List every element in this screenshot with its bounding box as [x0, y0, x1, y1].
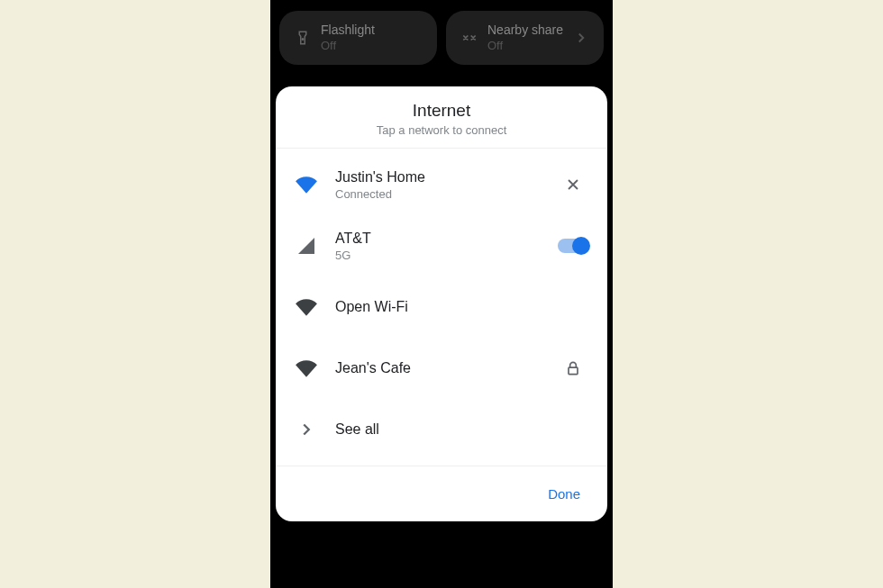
wifi-icon: [294, 294, 319, 320]
phone-frame: Flashlight Off Nearby share Off Internet…: [270, 0, 613, 588]
sheet-subtitle: Tap a network to connect: [290, 123, 593, 137]
internet-sheet: Internet Tap a network to connect Justin…: [276, 86, 607, 521]
wifi-icon: [294, 172, 319, 197]
network-text: Jean's Cafe: [335, 360, 541, 376]
network-row-connected[interactable]: Justin's Home Connected: [276, 154, 607, 215]
sheet-title: Internet: [290, 101, 593, 121]
network-name: Jean's Cafe: [335, 360, 541, 376]
network-status: 5G: [335, 249, 541, 262]
wifi-icon: [294, 356, 319, 381]
svg-point-0: [302, 39, 304, 41]
see-all-text: See all: [335, 421, 541, 438]
chevron-right-icon: [294, 417, 319, 442]
nearby-share-icon: [460, 29, 478, 47]
see-all-row[interactable]: See all: [276, 399, 607, 460]
network-text: Justin's Home Connected: [335, 169, 541, 201]
network-row-secured[interactable]: Jean's Cafe: [276, 338, 607, 399]
flashlight-label: Flashlight: [321, 23, 423, 37]
network-list: Justin's Home Connected AT&T 5G: [276, 149, 607, 466]
svg-rect-1: [569, 367, 578, 375]
nearby-share-text: Nearby share Off: [487, 23, 564, 52]
flashlight-icon: [294, 29, 312, 47]
network-text: AT&T 5G: [335, 231, 541, 262]
cellular-toggle[interactable]: [557, 239, 589, 253]
disconnect-button[interactable]: [557, 176, 589, 194]
sheet-header: Internet Tap a network to connect: [276, 86, 607, 149]
sheet-footer: Done: [276, 466, 607, 521]
quick-settings-row: Flashlight Off Nearby share Off: [270, 0, 613, 81]
cellular-icon: [294, 233, 319, 258]
network-row-cellular[interactable]: AT&T 5G: [276, 215, 607, 276]
see-all-label: See all: [335, 421, 541, 438]
network-name: AT&T: [335, 231, 541, 247]
network-status: Connected: [335, 187, 541, 201]
network-name: Justin's Home: [335, 169, 541, 185]
network-text: Open Wi-Fi: [335, 299, 541, 315]
nearby-share-status: Off: [487, 39, 564, 52]
done-button[interactable]: Done: [537, 479, 591, 509]
nearby-share-tile[interactable]: Nearby share Off: [446, 11, 604, 65]
nearby-share-label: Nearby share: [487, 23, 564, 37]
lock-icon: [557, 359, 589, 377]
network-row-open[interactable]: Open Wi-Fi: [276, 276, 607, 338]
flashlight-status: Off: [321, 39, 423, 52]
network-name: Open Wi-Fi: [335, 299, 541, 315]
flashlight-tile[interactable]: Flashlight Off: [279, 11, 437, 65]
flashlight-text: Flashlight Off: [321, 23, 423, 52]
chevron-right-icon: [573, 30, 589, 46]
